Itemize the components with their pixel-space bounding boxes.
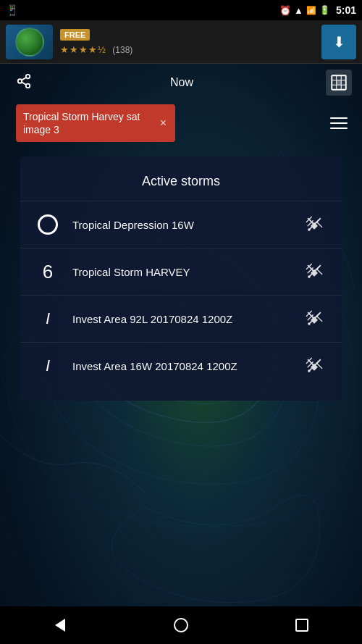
ad-stars: ★★★★½	[60, 44, 106, 55]
status-time: 5:01	[336, 4, 356, 16]
satellite-button-4[interactable]	[301, 353, 327, 379]
satellite-button-1[interactable]	[301, 212, 327, 238]
recents-icon	[295, 619, 308, 632]
svg-line-3	[22, 82, 26, 85]
invest-icon-2: I	[46, 356, 50, 375]
svg-line-38	[317, 363, 322, 368]
svg-rect-25	[311, 317, 318, 324]
device-icon: 📱	[6, 4, 18, 16]
storm-icon-invest1: I	[35, 306, 61, 332]
share-button[interactable]	[10, 67, 38, 99]
status-bar: 📱 ⏰ ▲ 📶 🔋 5:01	[0, 0, 362, 20]
storm-row-3[interactable]: I Invest Area 92L 20170824 1200Z	[20, 295, 342, 342]
storm-row-2[interactable]: 6 Tropical Storm HARVEY	[20, 248, 342, 295]
storm-row-4[interactable]: I Invest Area 16W 20170824 1200Z	[20, 342, 342, 389]
notification-close-button[interactable]: ×	[159, 115, 168, 131]
storm-name-3: Invest Area 92L 20170824 1200Z	[72, 313, 290, 325]
menu-line-2	[330, 122, 348, 124]
ad-download-button[interactable]: ⬇	[321, 25, 356, 59]
storm-icon-harvey: 6	[35, 259, 61, 285]
satellite-icon-3	[303, 307, 326, 330]
top-bar: Now	[0, 64, 362, 101]
recents-button[interactable]	[280, 606, 324, 644]
satellite-button-3[interactable]	[301, 306, 327, 332]
home-button[interactable]	[159, 606, 203, 644]
satellite-icon-4	[303, 354, 326, 377]
ad-free-badge: FREE	[60, 29, 90, 41]
svg-line-22	[317, 269, 322, 274]
ad-thumbnail	[6, 25, 53, 59]
ad-globe-icon	[15, 28, 44, 57]
satellite-icon-2	[303, 260, 326, 283]
ad-review-count: (138)	[112, 45, 132, 55]
svg-line-14	[317, 222, 322, 227]
svg-point-13	[308, 228, 311, 231]
svg-point-21	[308, 275, 311, 278]
share-icon	[16, 73, 32, 89]
ad-info: FREE ★★★★½ (138)	[60, 28, 314, 56]
svg-line-30	[317, 316, 322, 321]
invest-icon-1: I	[46, 309, 50, 328]
svg-rect-33	[311, 364, 318, 371]
storm-row-1[interactable]: Tropical Depression 16W	[20, 201, 342, 248]
svg-rect-9	[311, 222, 318, 230]
svg-rect-17	[311, 269, 318, 277]
home-icon	[174, 618, 188, 632]
alarm-icon: ⏰	[279, 5, 291, 16]
storms-title: Active storms	[20, 174, 342, 189]
wifi-icon: ▲	[294, 5, 303, 16]
spiral-icon: 6	[43, 262, 53, 281]
back-icon	[55, 619, 65, 632]
notification-text: Tropical Storm Harvey sat image 3	[23, 110, 153, 136]
satellite-icon-1	[303, 213, 326, 236]
back-button[interactable]	[38, 606, 82, 644]
menu-button[interactable]	[326, 110, 352, 136]
svg-point-6	[337, 80, 342, 85]
menu-line-3	[330, 127, 348, 129]
svg-point-29	[308, 322, 311, 325]
storm-name-4: Invest Area 16W 20170824 1200Z	[72, 360, 290, 372]
signal-icon: 📶	[306, 6, 316, 15]
storm-icon-invest2: I	[35, 353, 61, 379]
bottom-nav	[0, 606, 362, 644]
top-bar-title: Now	[170, 76, 193, 89]
storm-icon-depression	[35, 212, 61, 238]
battery-icon: 🔋	[319, 5, 330, 15]
notification-chip[interactable]: Tropical Storm Harvey sat image 3 ×	[16, 104, 175, 142]
satellite-button-2[interactable]	[301, 259, 327, 285]
svg-line-4	[22, 77, 26, 80]
storm-name-1: Tropical Depression 16W	[72, 219, 290, 231]
svg-point-37	[308, 369, 311, 372]
notification-row: Tropical Storm Harvey sat image 3 ×	[0, 101, 362, 145]
menu-line-1	[330, 117, 348, 119]
storm-name-2: Tropical Storm HARVEY	[72, 266, 290, 278]
ad-banner[interactable]: FREE ★★★★½ (138) ⬇	[0, 20, 362, 64]
map-view-icon	[329, 73, 348, 92]
storms-modal: Active storms Tropical Depression 16W 6 …	[20, 156, 342, 401]
circle-icon	[38, 214, 58, 235]
map-view-button[interactable]	[326, 70, 352, 96]
